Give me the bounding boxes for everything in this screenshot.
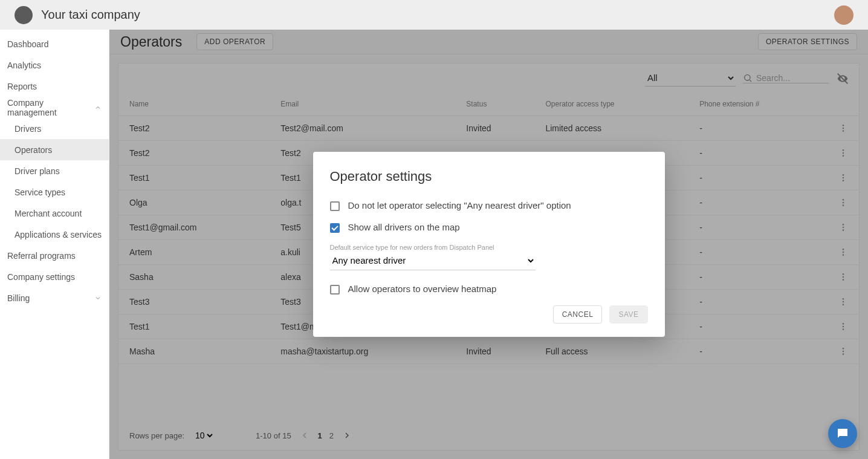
sidebar-item-drivers[interactable]: Drivers [0, 118, 109, 139]
sidebar-item-label: Driver plans [15, 166, 60, 176]
app-title: Your taxi company [41, 8, 140, 22]
company-logo [15, 6, 33, 24]
chevron-up-icon [94, 104, 102, 111]
sidebar-item-label: Reports [7, 82, 37, 91]
option-show-all-drivers[interactable]: Show all drivers on the map [330, 222, 648, 233]
checkbox-icon[interactable] [330, 285, 340, 295]
checkbox-icon[interactable] [330, 201, 340, 211]
option-any-nearest-driver[interactable]: Do not let operator selecting "Any neare… [330, 200, 648, 211]
sidebar-item-label: Analytics [7, 60, 41, 70]
sidebar-item-referral-programs[interactable]: Referral programs [0, 245, 109, 266]
sidebar-item-label: Operators [15, 145, 52, 155]
option-label: Do not let operator selecting "Any neare… [348, 200, 571, 210]
sidebar-item-label: Applications & services [15, 230, 102, 239]
save-button[interactable]: Save [609, 305, 647, 324]
sidebar-item-label: Company settings [7, 272, 75, 282]
sidebar-item-driver-plans[interactable]: Driver plans [0, 160, 109, 181]
sidebar-item-merchant-account[interactable]: Merchant account [0, 203, 109, 224]
sidebar-item-label: Billing [7, 293, 30, 303]
sidebar-item-company-settings[interactable]: Company settings [0, 266, 109, 287]
checkbox-icon[interactable] [330, 223, 340, 233]
sidebar-item-operators[interactable]: Operators [0, 139, 109, 160]
operator-settings-modal: Operator settings Do not let operator se… [313, 152, 665, 337]
option-label: Show all drivers on the map [348, 222, 460, 232]
sidebar-item-reports[interactable]: Reports [0, 76, 109, 97]
sidebar-item-analytics[interactable]: Analytics [0, 54, 109, 76]
brand: Your taxi company [15, 6, 140, 24]
sidebar-item-dashboard[interactable]: Dashboard [0, 33, 109, 54]
user-avatar[interactable] [834, 5, 853, 25]
chevron-down-icon [94, 295, 102, 302]
sidebar-item-label: Company management [7, 98, 94, 117]
sidebar-item-service-types[interactable]: Service types [0, 181, 109, 203]
chat-icon [835, 426, 850, 441]
default-service-type-label: Default service type for new orders from… [330, 244, 648, 251]
sidebar-item-label: Referral programs [7, 251, 76, 261]
sidebar-item-label: Drivers [15, 124, 41, 134]
modal-scrim[interactable]: Operator settings Do not let operator se… [109, 30, 868, 459]
sidebar-item-label: Dashboard [7, 39, 49, 49]
sidebar-item-label: Service types [15, 187, 65, 197]
sidebar-item-billing[interactable]: Billing [0, 287, 109, 308]
sidebar: DashboardAnalyticsReportsCompany managem… [0, 30, 109, 459]
topbar: Your taxi company [0, 0, 868, 30]
sidebar-item-label: Merchant account [15, 209, 82, 218]
option-allow-heatmap[interactable]: Allow operators to overview heatmap [330, 284, 648, 295]
default-service-type-select[interactable]: Any nearest driver [330, 251, 536, 270]
chat-fab[interactable] [828, 419, 857, 448]
sidebar-item-applications-services[interactable]: Applications & services [0, 224, 109, 245]
modal-title: Operator settings [330, 169, 648, 184]
cancel-button[interactable]: Cancel [553, 305, 603, 324]
sidebar-item-company-management[interactable]: Company management [0, 97, 109, 118]
option-label: Allow operators to overview heatmap [348, 284, 497, 294]
